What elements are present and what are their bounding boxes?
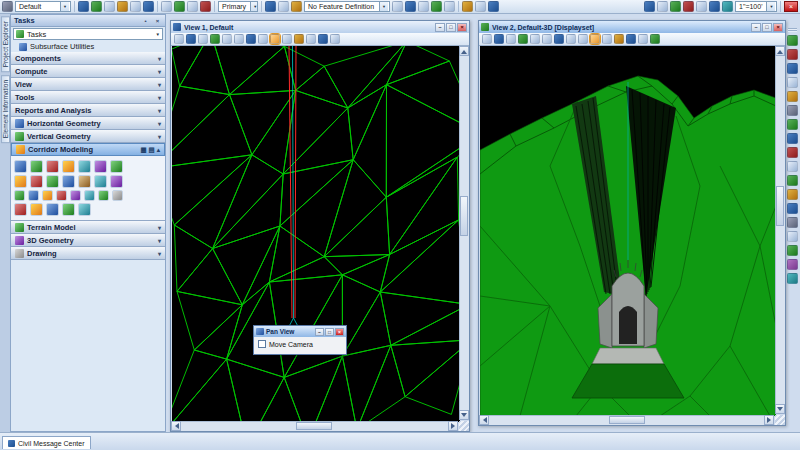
tool-icon[interactable]: [787, 133, 798, 144]
corridor-tool-icon[interactable]: [42, 190, 53, 201]
view-tool-icon[interactable]: [246, 34, 256, 44]
toolbar-icon[interactable]: [722, 1, 733, 12]
toolbar-icon[interactable]: [104, 1, 115, 12]
section-vertical-geometry[interactable]: Vertical Geometry ▾: [11, 130, 165, 143]
view-tool-icon[interactable]: [542, 34, 552, 44]
tool-icon[interactable]: [787, 91, 798, 102]
corridor-tool-icon[interactable]: [78, 175, 91, 188]
tool-icon[interactable]: [787, 49, 798, 60]
corridor-tool-icon[interactable]: [62, 175, 75, 188]
rotate-view-tool-icon[interactable]: [590, 34, 600, 44]
view-tool-icon[interactable]: [566, 34, 576, 44]
toolbar-icon[interactable]: [696, 1, 707, 12]
toolbar-icon[interactable]: [431, 1, 442, 12]
view-tool-icon[interactable]: [282, 34, 292, 44]
level-combo[interactable]: Default ▼: [15, 1, 71, 12]
corridor-tool-icon[interactable]: [30, 160, 43, 173]
corridor-tool-icon[interactable]: [94, 160, 107, 173]
section-horizontal-geometry[interactable]: Horizontal Geometry ▾: [11, 117, 165, 130]
section-tools[interactable]: Tools ▾: [11, 91, 165, 104]
section-drawing[interactable]: Drawing ▾: [11, 247, 165, 260]
tool-icon[interactable]: [787, 63, 798, 74]
toolbar-icon[interactable]: [670, 1, 681, 12]
section-corridor-modeling[interactable]: Corridor Modeling ▦ ▤ ▴: [11, 143, 165, 156]
section-terrain-model[interactable]: Terrain Model ▾: [11, 221, 165, 234]
tool-icon[interactable]: [787, 259, 798, 270]
view1-titlebar[interactable]: View 1, Default – □ ×: [171, 21, 469, 33]
civil-message-center-tab[interactable]: Civil Message Center: [2, 436, 91, 449]
view-tool-icon[interactable]: [198, 34, 208, 44]
toolbar-icon[interactable]: [265, 1, 276, 12]
toolbar-icon[interactable]: [278, 1, 289, 12]
maximize-icon[interactable]: □: [325, 328, 334, 336]
corridor-tool-icon[interactable]: [56, 190, 67, 201]
view-tool-icon[interactable]: [626, 34, 636, 44]
move-camera-checkbox[interactable]: [258, 340, 266, 348]
view2-hscrollbar[interactable]: [479, 415, 774, 425]
corridor-tool-icon[interactable]: [110, 160, 123, 173]
view2-titlebar[interactable]: View 2, Default-3D [Displayset] – □ ×: [479, 21, 785, 33]
section-reports-analysis[interactable]: Reports and Analysis ▾: [11, 104, 165, 117]
corridor-tool-icon[interactable]: [46, 160, 59, 173]
view-tool-icon[interactable]: [530, 34, 540, 44]
minimize-icon[interactable]: –: [751, 23, 761, 32]
feature-definition-combo[interactable]: No Feature Definition ▼: [304, 1, 390, 12]
corridor-tool-icon[interactable]: [30, 175, 43, 188]
tool-icon[interactable]: [787, 147, 798, 158]
section-compute[interactable]: Compute ▾: [11, 65, 165, 78]
tasks-dropdown[interactable]: Tasks ▼: [13, 28, 163, 40]
toolbar-icon[interactable]: [130, 1, 141, 12]
subsurface-utilities-item[interactable]: Subsurface Utilities: [11, 41, 165, 52]
close-icon[interactable]: ×: [153, 16, 162, 25]
toolbar-icon[interactable]: [78, 1, 89, 12]
view-tool-icon[interactable]: [294, 34, 304, 44]
tool-icon[interactable]: [787, 161, 798, 172]
corridor-tool-icon[interactable]: [14, 160, 27, 173]
section-components[interactable]: Components ▾: [11, 52, 165, 65]
corridor-tool-icon[interactable]: [14, 190, 25, 201]
view-tool-icon[interactable]: [174, 34, 184, 44]
corridor-tool-icon[interactable]: [30, 203, 43, 216]
toolbar-icon[interactable]: [143, 1, 154, 12]
toolbar-icon[interactable]: [291, 1, 302, 12]
toolbar-icon[interactable]: [187, 1, 198, 12]
close-icon[interactable]: ×: [784, 1, 798, 12]
corridor-tool-icon[interactable]: [94, 175, 107, 188]
view-tool-icon[interactable]: [330, 34, 340, 44]
toolbar-icon[interactable]: [488, 1, 499, 12]
view-tool-icon[interactable]: [306, 34, 316, 44]
view1-vscrollbar[interactable]: [459, 46, 469, 420]
view-tool-icon[interactable]: [210, 34, 220, 44]
chevron-up-icon[interactable]: ▴: [157, 146, 160, 154]
section-3d-geometry[interactable]: 3D Geometry ▾: [11, 234, 165, 247]
toolbar-icon[interactable]: [683, 1, 694, 12]
toolbar-icon[interactable]: [709, 1, 720, 12]
view-tool-icon[interactable]: [482, 34, 492, 44]
corridor-tool-icon[interactable]: [62, 203, 75, 216]
resize-grip[interactable]: [775, 415, 785, 425]
view-tool-icon[interactable]: [638, 34, 648, 44]
toolbar-icon[interactable]: [200, 1, 211, 12]
view-tool-icon[interactable]: [234, 34, 244, 44]
tasks-panel-titlebar[interactable]: Tasks • ×: [11, 15, 165, 27]
primary-toolbar-combo[interactable]: Primary ▼: [218, 1, 258, 12]
view1-hscrollbar[interactable]: [171, 421, 458, 431]
tool-icon[interactable]: [787, 203, 798, 214]
tool-icon[interactable]: [787, 217, 798, 228]
resize-grip[interactable]: [459, 421, 469, 431]
corridor-tool-icon[interactable]: [46, 175, 59, 188]
corridor-tool-icon[interactable]: [14, 175, 27, 188]
toolbar-icon[interactable]: [405, 1, 416, 12]
corridor-tool-icon[interactable]: [46, 203, 59, 216]
toolbar-icon[interactable]: [657, 1, 668, 12]
view-tool-icon[interactable]: [650, 34, 660, 44]
pan-view-tool-icon[interactable]: [270, 34, 280, 44]
toolbar-icon[interactable]: [462, 1, 473, 12]
view-tool-icon[interactable]: [614, 34, 624, 44]
corridor-tool-icon[interactable]: [78, 160, 91, 173]
toolbar-icon[interactable]: [475, 1, 486, 12]
corridor-tool-icon[interactable]: [110, 175, 123, 188]
corridor-tool-icon[interactable]: [70, 190, 81, 201]
toolbar-icon[interactable]: [174, 1, 185, 12]
pin-icon[interactable]: •: [141, 16, 150, 25]
